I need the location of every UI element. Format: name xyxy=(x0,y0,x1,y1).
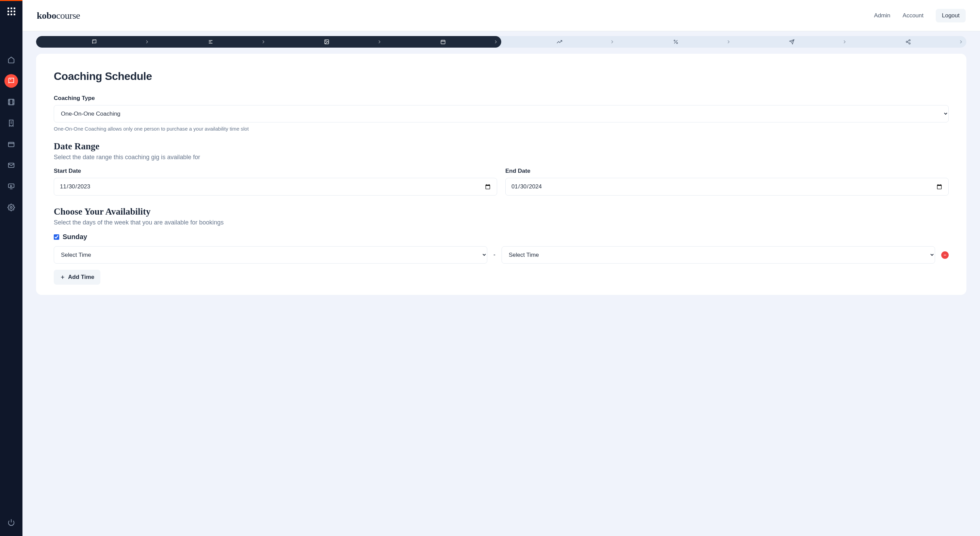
svg-rect-7 xyxy=(441,40,445,44)
availability-heading: Choose Your Availability xyxy=(54,206,949,217)
time-separator: - xyxy=(493,251,495,258)
plus-icon xyxy=(60,274,65,280)
svg-rect-0 xyxy=(8,99,14,105)
nav-account-link[interactable]: Account xyxy=(903,12,924,19)
mail-icon xyxy=(8,162,15,169)
home-icon xyxy=(8,56,15,63)
availability-sub: Select the days of the week that you are… xyxy=(54,219,949,226)
percent-icon xyxy=(673,39,679,44)
nav-admin-link[interactable]: Admin xyxy=(874,12,890,19)
receipt-icon xyxy=(8,119,15,127)
end-date-input[interactable] xyxy=(505,178,949,195)
minus-icon xyxy=(943,253,947,257)
day-name-sunday: Sunday xyxy=(63,233,87,241)
chevron-right-icon xyxy=(842,39,847,44)
top-nav: Admin Account Logout xyxy=(874,9,966,22)
chevron-right-icon xyxy=(958,39,964,44)
film-icon xyxy=(8,98,15,106)
step-1[interactable] xyxy=(36,36,153,48)
nav-wallet[interactable] xyxy=(5,137,18,151)
step-6[interactable] xyxy=(617,36,734,48)
step-8[interactable] xyxy=(850,36,966,48)
step-5[interactable] xyxy=(501,36,617,48)
time-to-select[interactable]: Select Time xyxy=(501,246,935,263)
send-icon xyxy=(789,39,795,44)
chevron-right-icon xyxy=(377,39,382,44)
add-time-label: Add Time xyxy=(68,274,94,281)
chevron-right-icon xyxy=(261,39,266,44)
svg-point-10 xyxy=(909,40,910,41)
wallet-icon xyxy=(8,140,15,148)
nav-courses[interactable] xyxy=(5,74,18,88)
start-date-input[interactable] xyxy=(54,178,497,195)
time-from-select[interactable]: Select Time xyxy=(54,246,487,263)
image-icon xyxy=(324,39,329,44)
add-time-button[interactable]: Add Time xyxy=(54,270,100,285)
book-icon xyxy=(92,39,97,44)
main-card: Coaching Schedule Coaching Type One-On-O… xyxy=(36,54,966,295)
start-date-label: Start Date xyxy=(54,168,497,174)
monitor-play-icon xyxy=(8,182,15,190)
step-2[interactable] xyxy=(153,36,269,48)
svg-point-9 xyxy=(676,43,678,44)
coaching-type-select[interactable]: One-On-One Coaching xyxy=(54,105,949,122)
nav-receipts[interactable] xyxy=(5,116,18,130)
day-checkbox-sunday[interactable] xyxy=(54,234,59,240)
nav-media[interactable] xyxy=(5,95,18,109)
nav-home[interactable] xyxy=(5,53,18,67)
calendar-icon xyxy=(440,39,446,44)
svg-point-8 xyxy=(674,40,675,41)
chevron-right-icon xyxy=(726,39,731,44)
coaching-type-help: One-On-One Coaching allows only one pers… xyxy=(54,126,949,132)
topbar: kobocourse Admin Account Logout xyxy=(22,0,980,31)
nav-power[interactable] xyxy=(5,515,18,529)
svg-point-11 xyxy=(906,41,907,43)
step-3[interactable] xyxy=(269,36,385,48)
page-title: Coaching Schedule xyxy=(54,70,949,82)
chevron-right-icon xyxy=(144,39,150,44)
logo[interactable]: kobocourse xyxy=(37,10,80,21)
gear-icon xyxy=(8,204,15,211)
svg-point-6 xyxy=(326,41,326,41)
sidebar xyxy=(0,0,22,536)
steps-bar xyxy=(36,36,966,48)
grid-icon xyxy=(8,8,15,15)
step-7[interactable] xyxy=(734,36,850,48)
list-icon xyxy=(208,39,213,44)
apps-grid-button[interactable] xyxy=(0,0,22,22)
nav-mail[interactable] xyxy=(5,159,18,172)
power-icon xyxy=(8,519,15,526)
svg-point-12 xyxy=(909,43,910,44)
nav-settings[interactable] xyxy=(5,201,18,214)
chevron-right-icon xyxy=(609,39,615,44)
step-4[interactable] xyxy=(385,36,501,48)
svg-rect-1 xyxy=(8,143,14,147)
nav-player[interactable] xyxy=(5,179,18,193)
book-icon xyxy=(8,77,15,85)
chevron-right-icon xyxy=(493,39,498,44)
svg-point-4 xyxy=(10,206,12,208)
remove-time-button[interactable] xyxy=(941,251,949,259)
nav-logout-link[interactable]: Logout xyxy=(936,9,966,22)
end-date-label: End Date xyxy=(505,168,949,174)
date-range-heading: Date Range xyxy=(54,141,949,152)
share-icon xyxy=(905,39,911,44)
coaching-type-label: Coaching Type xyxy=(54,95,949,102)
date-range-sub: Select the date range this coaching gig … xyxy=(54,154,949,161)
trending-up-icon xyxy=(557,39,562,44)
